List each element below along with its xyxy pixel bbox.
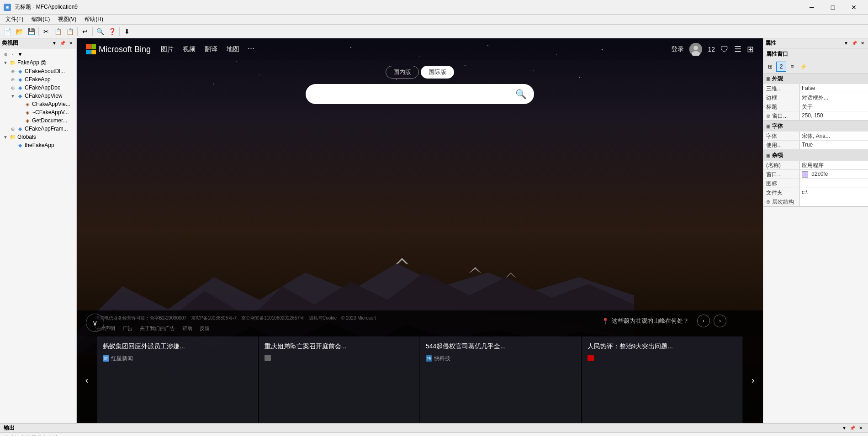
version-tab-domestic[interactable]: 国内版 bbox=[386, 66, 419, 79]
bing-notification-badge[interactable]: 12 bbox=[708, 46, 715, 53]
output-dock[interactable]: ▼ bbox=[841, 425, 848, 432]
right-panel-title: 属性 bbox=[765, 39, 776, 47]
toolbar-copy[interactable]: 📋 bbox=[53, 26, 64, 37]
news-card-2[interactable]: 重庆姐弟坠亡案召开庭前会... bbox=[259, 336, 420, 423]
prop-section-appearance-header[interactable]: ▣ 外观 bbox=[763, 74, 868, 84]
news-next-button[interactable]: › bbox=[743, 336, 763, 423]
toolbar-new[interactable]: 📄 bbox=[2, 26, 13, 37]
search-area: 国内版 国际版 🔍 bbox=[306, 66, 534, 104]
bing-nav-video[interactable]: 视频 bbox=[182, 43, 196, 55]
bing-apps-icon[interactable]: ⊞ bbox=[747, 44, 754, 54]
svg-rect-22 bbox=[91, 44, 96, 49]
left-panel-dock[interactable]: ▼ bbox=[51, 40, 58, 47]
prop-section-font-header[interactable]: ▣ 字体 bbox=[763, 121, 868, 131]
bing-login[interactable]: 登录 bbox=[671, 45, 684, 53]
tree-item-fakeapp-class[interactable]: ▼ 📁 FakeApp 类 bbox=[0, 58, 76, 67]
right-panel-dock[interactable]: ▼ bbox=[842, 40, 850, 47]
left-panel-close[interactable]: ✕ bbox=[67, 40, 74, 47]
bing-shield-icon[interactable]: 🛡 bbox=[720, 45, 729, 54]
prop-section-font: ▣ 字体 字体 宋体, Aria... 使用... True bbox=[763, 121, 868, 150]
prop-row-hierarchy: ⊕ 层次结构 bbox=[763, 197, 868, 206]
right-panel-controls: ▼ 📌 ✕ bbox=[842, 40, 866, 47]
tree-item-cfakeappdoc[interactable]: ⊕ ◆ CFakeAppDoc bbox=[0, 84, 76, 92]
footer-about-ad-link[interactable]: 关于我们的广告 bbox=[140, 325, 175, 332]
prop-tool-grid[interactable]: ⊞ bbox=[765, 62, 775, 72]
toolbar-open[interactable]: 📂 bbox=[14, 26, 25, 37]
news-area: ‹ 蚂蚁集团回应外派员工涉嫌... 红 红星新闻 重庆姐弟坠亡案召开庭前会... bbox=[77, 336, 763, 423]
prop-row-font: 字体 宋体, Aria... bbox=[763, 131, 868, 141]
news-card-3[interactable]: 544起侵权官司葛优几乎全... 快 快科技 bbox=[420, 336, 581, 423]
next-arrow[interactable]: › bbox=[714, 315, 726, 327]
prop-row-folder: 文件夹 c:\ bbox=[763, 188, 868, 197]
news-prev-button[interactable]: ‹ bbox=[77, 336, 97, 423]
news-source-1: 红 红星新闻 bbox=[103, 355, 252, 362]
svg-point-12 bbox=[579, 77, 580, 78]
bing-topbar: Microsoft Bing 图片 视频 翻译 地图 ··· 登录 bbox=[77, 38, 763, 60]
prop-tool-alpha[interactable]: 2 bbox=[776, 62, 786, 72]
bing-logo-text: Microsoft Bing bbox=[99, 45, 151, 54]
toolbar-search[interactable]: 🔍 bbox=[95, 26, 106, 37]
app-icon: ■ bbox=[4, 4, 11, 11]
tree-item-cfakeappview[interactable]: ▼ ◆ CFakeAppView bbox=[0, 92, 76, 100]
browser-area: Microsoft Bing 图片 视频 翻译 地图 ··· 登录 bbox=[77, 38, 763, 423]
menu-file[interactable]: 文件(F) bbox=[2, 15, 27, 24]
search-button[interactable]: 🔍 bbox=[515, 89, 527, 100]
footer-help-link[interactable]: 帮助 bbox=[182, 325, 192, 332]
toolbar-cut[interactable]: ✂ bbox=[41, 26, 52, 37]
bing-nav-more[interactable]: ··· bbox=[248, 43, 254, 55]
toolbar-help[interactable]: ❓ bbox=[106, 26, 117, 37]
svg-marker-19 bbox=[469, 267, 482, 273]
tree-item-thefakeapp[interactable]: ◆ theFakeApp bbox=[0, 141, 76, 149]
version-tab-international[interactable]: 国际版 bbox=[421, 66, 454, 79]
toolbar-save[interactable]: 💾 bbox=[26, 26, 37, 37]
tree-item-cfakeappview-ctor[interactable]: ◈ CFakeAppVie... bbox=[0, 100, 76, 108]
tree-item-cfakeapp[interactable]: ⊕ ◆ CFakeApp bbox=[0, 75, 76, 84]
output-pin[interactable]: 📌 bbox=[849, 425, 856, 432]
func-icon: ◈ bbox=[24, 100, 31, 108]
minimize-button[interactable]: ─ bbox=[801, 0, 822, 15]
prop-section-misc-header[interactable]: ▣ 杂项 bbox=[763, 150, 868, 161]
toolbar-sep-1 bbox=[38, 27, 39, 36]
bing-nav-translate[interactable]: 翻译 bbox=[204, 43, 218, 55]
tree-item-cfakeabout[interactable]: ⊕ ◆ CFakeAboutDl... bbox=[0, 67, 76, 75]
toolbar-paste[interactable]: 📋 bbox=[64, 26, 75, 37]
scroll-down-button[interactable]: ∨ bbox=[86, 314, 104, 332]
right-panel-close[interactable]: ✕ bbox=[859, 40, 866, 47]
tree-item-getdocument[interactable]: ◈ GetDocumer... bbox=[0, 116, 76, 125]
prop-tool-events[interactable]: ⚡ bbox=[798, 62, 808, 72]
search-input[interactable] bbox=[313, 90, 515, 98]
prop-section-misc: ▣ 杂项 (名称) 应用程序 窗口... d2c0fe 图标 bbox=[763, 150, 868, 207]
location-info: 📍 这些蔚为壮观的山峰在何处？ ‹ › bbox=[602, 315, 726, 327]
news-title-4: 人民热评：整治9大突出问题... bbox=[587, 342, 737, 351]
prop-row-window: ⊕ 窗口... 250, 150 bbox=[763, 111, 868, 121]
svg-rect-24 bbox=[91, 50, 96, 54]
toolbar-undo[interactable]: ↩ bbox=[79, 26, 90, 37]
svg-point-26 bbox=[693, 46, 698, 50]
tree-item-root[interactable]: ⚙ · ▼ bbox=[0, 50, 76, 58]
menu-edit[interactable]: 编辑(E) bbox=[28, 15, 53, 24]
folder-icon: 📁 bbox=[9, 133, 16, 141]
bing-nav-images[interactable]: 图片 bbox=[160, 43, 175, 55]
news-card-4[interactable]: 人民热评：整治9大突出问题... bbox=[582, 336, 743, 423]
footer-feedback-link[interactable]: 反馈 bbox=[200, 325, 210, 332]
tree-item-globals[interactable]: ▼ 📁 Globals bbox=[0, 133, 76, 141]
prop-tool-category[interactable]: ≡ bbox=[787, 62, 797, 72]
close-button[interactable]: ✕ bbox=[843, 0, 864, 15]
toolbar-more[interactable]: ⬇ bbox=[122, 26, 132, 37]
menu-view[interactable]: 视图(V) bbox=[54, 15, 80, 24]
tree-item-cfakeappview-dtor[interactable]: ◈ ~CFakeAppV... bbox=[0, 108, 76, 116]
prev-arrow[interactable]: ‹ bbox=[697, 315, 710, 327]
maximize-button[interactable]: □ bbox=[822, 0, 843, 15]
bing-menu-icon[interactable]: ☰ bbox=[734, 44, 741, 54]
left-panel-pin[interactable]: 📌 bbox=[59, 40, 66, 47]
footer-ad-link[interactable]: 广告 bbox=[122, 325, 132, 332]
bing-nav-maps[interactable]: 地图 bbox=[226, 43, 240, 55]
news-card-1[interactable]: 蚂蚁集团回应外派员工涉嫌... 红 红星新闻 bbox=[97, 336, 258, 423]
bing-avatar[interactable] bbox=[689, 43, 702, 56]
bing-logo-icon bbox=[86, 44, 96, 54]
output-title: 输出 bbox=[4, 424, 15, 432]
tree-item-cfakeappframe[interactable]: ⊕ ◆ CFakeAppFram... bbox=[0, 125, 76, 133]
output-close[interactable]: ✕ bbox=[857, 425, 864, 432]
right-panel-pin[interactable]: 📌 bbox=[851, 40, 858, 47]
menu-help[interactable]: 帮助(H) bbox=[81, 15, 107, 24]
